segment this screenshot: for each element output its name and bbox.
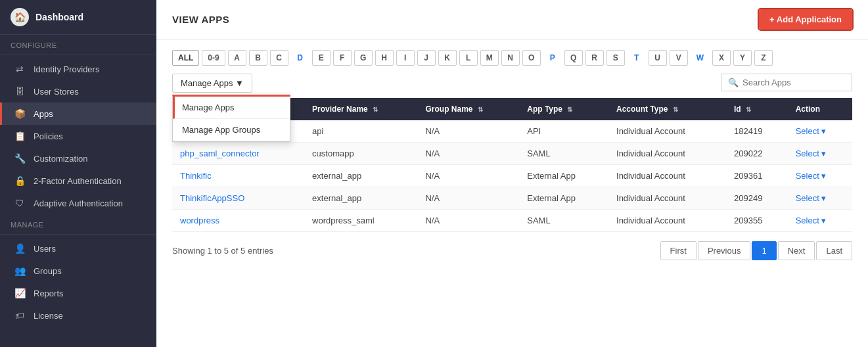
main-content: VIEW APPS + Add Application ALL0-9ABCDEF…	[156, 0, 868, 347]
add-application-button[interactable]: + Add Application	[759, 9, 852, 30]
apps-dropdown-menu: Manage Apps Manage App Groups	[172, 95, 290, 142]
page-first-button[interactable]: First	[660, 241, 697, 260]
apps-icon: 📦	[12, 108, 27, 119]
cell-account-type: Individual Account	[608, 165, 726, 187]
page-last-button[interactable]: Last	[816, 241, 852, 260]
sidebar-item-2fa[interactable]: 🔒 2-Factor Authentication	[0, 170, 156, 192]
alpha-btn-v[interactable]: V	[670, 50, 688, 66]
alpha-btn-all[interactable]: ALL	[172, 50, 199, 66]
sidebar-item-license[interactable]: 🏷 License	[0, 304, 156, 327]
sidebar-item-users[interactable]: 👤 Users	[0, 237, 156, 260]
alpha-btn-0-9[interactable]: 0-9	[202, 50, 225, 66]
alpha-btn-n[interactable]: N	[501, 50, 520, 66]
app-name-link[interactable]: ThinkificAppSSO	[180, 193, 244, 203]
policies-icon: 📋	[12, 131, 27, 141]
col-account-type[interactable]: Account Type ⇅	[608, 98, 726, 120]
cell-action: Select ▾	[788, 187, 852, 210]
user-stores-label: User Stores	[34, 87, 79, 97]
alpha-btn-i[interactable]: I	[396, 50, 415, 66]
cell-app-type: SAML	[519, 143, 608, 165]
pagination-buttons: First Previous 1 Next Last	[660, 241, 852, 260]
cell-group-name: N/A	[417, 187, 519, 210]
alpha-btn-y[interactable]: Y	[733, 50, 752, 66]
alpha-btn-d[interactable]: D	[291, 50, 309, 66]
cell-app-name: ThinkificAppSSO	[172, 187, 304, 210]
cell-action: Select ▾	[788, 210, 852, 232]
cell-id: 209361	[726, 165, 788, 187]
sidebar-item-adaptive-auth[interactable]: 🛡 Adaptive Authentication	[0, 192, 156, 214]
cell-id: 209355	[726, 210, 788, 232]
select-action-link[interactable]: Select ▾	[796, 126, 844, 136]
alpha-btn-h[interactable]: H	[375, 50, 394, 66]
col-provider-name[interactable]: Provider Name ⇅	[304, 98, 417, 120]
app-name-link[interactable]: php_saml_connector	[180, 149, 260, 158]
2fa-label: 2-Factor Authentication	[34, 176, 122, 186]
dashboard-label: Dashboard	[35, 12, 83, 22]
users-label: Users	[34, 244, 56, 254]
cell-app-name: Thinkific	[172, 165, 304, 187]
alpha-btn-k[interactable]: K	[438, 50, 457, 66]
alpha-btn-m[interactable]: M	[480, 50, 499, 66]
page-previous-button[interactable]: Previous	[698, 241, 751, 260]
col-id[interactable]: Id ⇅	[726, 98, 788, 120]
license-icon: 🏷	[12, 310, 27, 321]
reports-icon: 📈	[12, 288, 27, 298]
apps-label: Apps	[34, 109, 53, 119]
alpha-btn-o[interactable]: O	[522, 50, 541, 66]
cell-provider-name: external_app	[304, 165, 417, 187]
page-next-button[interactable]: Next	[778, 241, 815, 260]
alpha-btn-u[interactable]: U	[649, 50, 667, 66]
select-action-link[interactable]: Select ▾	[796, 171, 844, 181]
alpha-btn-j[interactable]: J	[417, 50, 436, 66]
sidebar-item-identity-providers[interactable]: ⇄ Identity Providers	[0, 58, 156, 80]
table-row: ThinkificAppSSO external_app N/A Externa…	[172, 187, 852, 210]
showing-text: Showing 1 to 5 of 5 entries	[172, 246, 273, 256]
app-name-link[interactable]: wordpress	[180, 216, 219, 225]
sidebar: 🏠 Dashboard Configure ⇄ Identity Provide…	[0, 0, 156, 347]
dropdown-manage-apps[interactable]: Manage Apps	[173, 97, 290, 119]
alpha-btn-r[interactable]: R	[585, 50, 604, 66]
sidebar-item-reports[interactable]: 📈 Reports	[0, 282, 156, 304]
alpha-btn-t[interactable]: T	[628, 50, 646, 66]
cell-id: 182419	[726, 120, 788, 143]
apps-dropdown-button[interactable]: Manage Apps ▼	[172, 74, 252, 93]
select-action-link[interactable]: Select ▾	[796, 193, 844, 203]
cell-app-type: SAML	[519, 210, 608, 232]
cell-account-type: Individual Account	[608, 143, 726, 165]
alpha-btn-b[interactable]: B	[249, 50, 267, 66]
alpha-btn-a[interactable]: A	[228, 50, 246, 66]
alpha-btn-e[interactable]: E	[312, 50, 331, 66]
app-name-link[interactable]: Thinkific	[180, 171, 212, 181]
cell-id: 209249	[726, 187, 788, 210]
alpha-btn-p[interactable]: P	[543, 50, 562, 66]
alpha-btn-f[interactable]: F	[333, 50, 352, 66]
alpha-btn-q[interactable]: Q	[564, 50, 583, 66]
alpha-btn-l[interactable]: L	[459, 50, 478, 66]
sidebar-item-apps[interactable]: 📦 Apps	[0, 103, 156, 125]
sidebar-item-groups[interactable]: 👥 Groups	[0, 260, 156, 282]
sidebar-item-customization[interactable]: 🔧 Customization	[0, 147, 156, 170]
filter-row: Manage Apps ▼ Manage Apps Manage App Gro…	[172, 74, 852, 93]
select-action-link[interactable]: Select ▾	[796, 216, 844, 225]
col-app-type[interactable]: App Type ⇅	[519, 98, 608, 120]
alpha-btn-x[interactable]: X	[712, 50, 731, 66]
search-input[interactable]	[742, 78, 845, 87]
alpha-btn-z[interactable]: Z	[754, 50, 773, 66]
col-group-name[interactable]: Group Name ⇅	[417, 98, 519, 120]
apps-dropdown-container: Manage Apps ▼ Manage Apps Manage App Gro…	[172, 74, 252, 93]
sidebar-item-user-stores[interactable]: 🗄 User Stores	[0, 80, 156, 103]
page-1-button[interactable]: 1	[752, 241, 776, 260]
reports-label: Reports	[34, 289, 64, 298]
groups-label: Groups	[34, 266, 62, 276]
cell-account-type: Individual Account	[608, 210, 726, 232]
sidebar-item-policies[interactable]: 📋 Policies	[0, 125, 156, 147]
alpha-btn-w[interactable]: W	[691, 50, 710, 66]
alpha-btn-s[interactable]: S	[606, 50, 625, 66]
alpha-btn-g[interactable]: G	[354, 50, 373, 66]
dropdown-manage-app-groups[interactable]: Manage App Groups	[173, 119, 290, 141]
select-action-link[interactable]: Select ▾	[796, 149, 844, 158]
alpha-btn-c[interactable]: C	[270, 50, 288, 66]
sidebar-logo[interactable]: 🏠 Dashboard	[0, 0, 156, 35]
cell-app-name: wordpress	[172, 210, 304, 232]
adaptive-auth-label: Adaptive Authentication	[34, 198, 123, 208]
